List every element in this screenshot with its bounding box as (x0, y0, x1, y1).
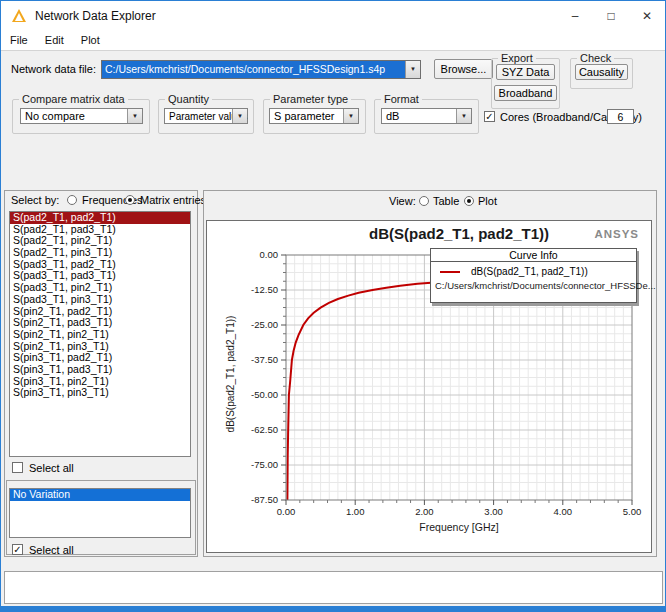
dropdown-arrow-icon[interactable]: ▼ (456, 109, 471, 123)
matrix-entry-item[interactable]: S(pad2_T1, pad2_T1) (10, 212, 190, 224)
svg-text:0.00: 0.00 (277, 506, 296, 517)
legend: Curve Info dB(S(pad2_T1, pad2_T1)) C:/Us… (430, 248, 637, 303)
y-axis-label: dB(S(pad2_T1, pad2_T1)) (225, 276, 236, 472)
radio-table[interactable] (419, 196, 429, 206)
svg-text:0.00: 0.00 (260, 249, 279, 260)
view-label: View: (389, 195, 416, 207)
window-bottom-accent (1, 606, 665, 612)
format-group-label: Format (381, 93, 422, 105)
select-all-top-label[interactable]: Select all (29, 462, 74, 474)
matrix-entry-item[interactable]: S(pin2_T1, pin2_T1) (10, 329, 190, 341)
svg-text:5.00: 5.00 (623, 506, 642, 517)
param-type-dropdown-value: S parameter (274, 110, 335, 123)
matrix-entry-item[interactable]: S(pad3_T1, pin3_T1) (10, 294, 190, 306)
radio-table-label[interactable]: Table (433, 195, 459, 207)
variation-item[interactable]: No Variation (10, 489, 190, 501)
menu-item-edit[interactable]: Edit (38, 31, 71, 46)
select-all-bottom-checkbox[interactable] (12, 544, 23, 555)
matrix-entry-item[interactable]: S(pin3_T1, pin3_T1) (10, 387, 190, 399)
format-dropdown-value: dB (386, 110, 399, 123)
legend-swatch (440, 271, 460, 273)
log-area[interactable] (4, 571, 663, 604)
titlebar: Network Data Explorer – □ ✕ (1, 1, 665, 31)
svg-text:-12.50: -12.50 (251, 284, 278, 295)
legend-curve-path: C:/Users/kmchrist/Documents/connector_HF… (431, 280, 636, 291)
broadband-button[interactable]: Broadband (494, 85, 557, 101)
minimize-button[interactable]: – (557, 1, 593, 31)
svg-text:3.00: 3.00 (484, 506, 503, 517)
browse-button[interactable]: Browse... (434, 59, 493, 79)
compare-dropdown[interactable]: No compare ▼ (20, 108, 143, 124)
radio-matrix-entries-label[interactable]: Matrix entries (140, 194, 206, 206)
radio-frequencies[interactable] (67, 195, 77, 205)
menubar: File Edit Plot (1, 31, 665, 51)
matrix-entries-list[interactable]: S(pad2_T1, pad2_T1)S(pad2_T1, pad3_T1)S(… (9, 211, 191, 457)
svg-text:1.00: 1.00 (346, 506, 365, 517)
select-all-bottom-label[interactable]: Select all (29, 544, 74, 556)
file-combobox[interactable]: C:/Users/kmchrist/Documents/connector_HF… (101, 60, 421, 79)
svg-text:-62.50: -62.50 (251, 424, 278, 435)
x-axis-label: Frequency [GHz] (286, 521, 632, 533)
format-dropdown[interactable]: dB ▼ (381, 108, 472, 124)
file-combobox-value: C:/Users/kmchrist/Documents/connector_HF… (105, 63, 400, 75)
plot-view: dB(S(pad2_T1, pad2_T1)) ANSYS 0.001.002.… (206, 220, 652, 553)
svg-text:-50.00: -50.00 (251, 389, 278, 400)
radio-matrix-entries[interactable] (125, 195, 135, 205)
syz-data-button[interactable]: SYZ Data (496, 64, 555, 80)
menu-item-plot[interactable]: Plot (74, 31, 107, 46)
variation-list[interactable]: No Variation (9, 488, 191, 538)
check-group-label: Check (577, 52, 614, 64)
quantity-dropdown[interactable]: Parameter values ▼ (164, 108, 248, 124)
dropdown-arrow-icon[interactable]: ▼ (127, 109, 142, 123)
svg-text:-75.00: -75.00 (251, 459, 278, 470)
maximize-button[interactable]: □ (593, 1, 629, 31)
select-all-top-checkbox[interactable] (12, 462, 23, 473)
legend-title: Curve Info (431, 249, 636, 262)
radio-plot-label[interactable]: Plot (478, 195, 497, 207)
svg-text:2.00: 2.00 (415, 506, 434, 517)
close-button[interactable]: ✕ (629, 1, 665, 31)
dropdown-arrow-icon[interactable]: ▼ (405, 61, 420, 78)
ansys-logo-icon (12, 9, 26, 22)
causality-button[interactable]: Causality (575, 64, 628, 80)
svg-text:4.00: 4.00 (554, 506, 573, 517)
compare-group-label: Compare matrix data (19, 93, 128, 105)
dropdown-arrow-icon[interactable]: ▼ (232, 109, 247, 123)
matrix-entry-item[interactable]: S(pad2_T1, pin3_T1) (10, 247, 190, 259)
window-title: Network Data Explorer (35, 9, 156, 23)
app-window: Network Data Explorer – □ ✕ File Edit Pl… (0, 0, 666, 612)
menu-item-file[interactable]: File (3, 31, 35, 46)
matrix-entry-item[interactable]: S(pin3_T1, pad3_T1) (10, 364, 190, 376)
svg-text:-37.50: -37.50 (251, 354, 278, 365)
quantity-group-label: Quantity (165, 93, 212, 105)
svg-text:-87.50: -87.50 (251, 494, 278, 505)
compare-dropdown-value: No compare (25, 110, 85, 123)
select-by-label: Select by: (11, 194, 59, 206)
param-type-dropdown[interactable]: S parameter ▼ (269, 108, 359, 124)
svg-text:-25.00: -25.00 (251, 319, 278, 330)
cores-input[interactable]: 6 (607, 109, 634, 124)
dropdown-arrow-icon[interactable]: ▼ (343, 109, 358, 123)
cores-checkbox[interactable] (484, 111, 495, 122)
network-data-file-label: Network data file: (11, 63, 96, 75)
export-group-label: Export (498, 52, 536, 64)
legend-curve-label: dB(S(pad2_T1, pad2_T1)) (471, 266, 588, 277)
param-type-group-label: Parameter type (270, 93, 351, 105)
radio-plot[interactable] (464, 196, 474, 206)
